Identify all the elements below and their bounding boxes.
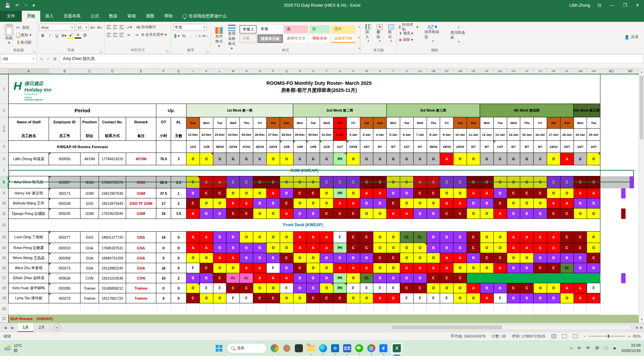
shift-cell-row19-day1[interactable]: C [186,293,200,303]
cell-ot-row9[interactable]: 37.5 [156,188,171,198]
cell-pos-row17[interactable]: CON [80,273,99,283]
shift-cell-row9-day24[interactable]: B [494,188,507,198]
shift-cell-row8-day27[interactable]: O [534,176,547,188]
shift-cell-row15-day20[interactable]: A [440,253,453,263]
calculator-button[interactable] [343,344,352,353]
shift-cell-row11-day31[interactable]: O [587,208,600,219]
col-header-AB[interactable]: AB [427,68,440,74]
shift-cell-row14-day19[interactable]: B [427,243,440,253]
shift-cell-row6-day2[interactable]: O [200,153,213,165]
shift-cell-row19-day24[interactable]: F [494,293,507,303]
hidden-icons-chevron[interactable]: ˄ [570,346,572,350]
decrease-decimal-icon[interactable]: .00→ [202,33,208,39]
shift-cell-row8-day3[interactable]: A [213,176,227,188]
dow-header-16-Jan[interactable]: Fri [534,117,547,129]
cell-remark-row18[interactable]: Trainee [126,283,156,293]
date-header-3-Jan[interactable]: 3-Jan [360,129,374,141]
shift-cell-row19-day18[interactable]: F [414,293,427,303]
chrome-button[interactable] [367,344,376,353]
col-header-AE[interactable]: AE [467,68,480,74]
forecast-25-Dec[interactable]: 47/41 [240,141,253,153]
cell-name-row16[interactable]: Alice Zhu 朱春艳 [8,263,49,273]
shift-cell-row6-day8[interactable]: O [280,153,293,165]
shift-cell-row9-day4[interactable]: O [226,188,240,198]
shift-cell-row14-day17[interactable]: O [400,243,414,253]
forecast-11-Jan[interactable]: 9/7 [467,141,480,153]
cell-remark-row8[interactable]: GSM [126,176,156,188]
shift-cell-row10-day20[interactable]: A [440,198,453,208]
col-header-P[interactable]: P [267,68,280,74]
cell-pos-row16[interactable]: GSA [80,263,99,273]
shift-cell-row19-day11[interactable]: C [320,293,333,303]
weather-widget[interactable]: 12°C阴 [0,343,26,353]
shift-cell-row6-day20[interactable]: A [440,153,453,165]
style-warning[interactable]: 警告文本 [309,35,330,43]
shift-cell-row13-day13[interactable]: C [347,232,360,243]
cell-contact-row16[interactable]: 19110882240 [99,263,126,273]
date-header-4-Jan[interactable]: 4-Jan [373,129,387,141]
dow-header-12-Jan[interactable]: Mon [480,117,494,129]
shift-cell-row14-day10[interactable]: A [307,243,320,253]
shift-cell-row19-day7[interactable]: C [267,293,280,303]
dow-header-21-Dec[interactable]: Sun [186,117,200,129]
volume-icon[interactable]: 🕪 [613,346,616,351]
forecast-10-Jan[interactable]: 23/20 [453,141,467,153]
style-normal[interactable]: 常规 [258,25,283,34]
cell-name-row9[interactable]: Henry Xie 谢沃明 [8,188,49,198]
shift-cell-row6-day22[interactable]: O [467,153,480,165]
formula-input[interactable]: Amy Chen 陈孔燕 [60,54,643,63]
shift-cell-row19-day6[interactable]: C [253,293,267,303]
shift-cell-row11-day3[interactable]: B [213,208,227,219]
shift-cell-row19-day3[interactable]: O [213,293,227,303]
shift-cell-row18-day21[interactable]: O [453,283,467,293]
cell-remark-row15[interactable]: GSA [126,253,156,263]
shift-cell-row11-day15[interactable]: O [373,208,387,219]
shift-cell-row13-day8[interactable]: O [280,232,293,243]
clear-button[interactable]: ◆ 清除 ▾ [399,37,418,43]
cell-ot-row6[interactable]: 76.5 [156,153,171,165]
style-neutral[interactable]: 适中 [331,25,356,34]
shift-cell-row9-day27[interactable]: C [534,188,547,198]
shift-cell-row11-day26[interactable]: B [520,208,534,219]
shift-cell-row18-day5[interactable]: C [240,283,253,293]
cell-contact-row15[interactable]: 16684731209 [99,253,126,263]
shift-cell-row18-day6[interactable]: O [253,283,267,293]
wrap-text-button[interactable]: ab̲ 自动换行 [136,24,156,29]
col-header-E[interactable]: E [126,68,156,74]
increase-decimal-icon[interactable]: ←.0 [195,33,201,39]
shift-cell-row9-day2[interactable]: C [200,188,213,198]
ime-pinyin-icon[interactable]: 拼 [595,346,599,351]
shift-cell-row14-day14[interactable]: C [360,243,374,253]
forecast-26-Dec[interactable]: 26/19 [253,141,267,153]
shift-cell-row17-day21[interactable]: C [453,273,467,283]
page-layout-view-icon[interactable] [562,334,567,338]
cell-id-row10[interactable]: 000108 [49,198,80,208]
shift-cell-row18-day11[interactable]: O [320,283,333,293]
cell-remark-row16[interactable]: GSA [126,263,156,273]
shift-cell-row10-day21[interactable]: A [453,198,467,208]
shift-cell-row14-day2[interactable]: A [200,243,213,253]
merge-center-button[interactable]: ⊟ 合并后居中 ▾ [141,32,167,37]
shift-cell-row9-day8[interactable]: B [280,188,293,198]
shift-cell-row13-day12[interactable]: F [333,232,347,243]
cell-id-row19[interactable]: 000279 [49,293,80,303]
dow-header-7-Jan[interactable]: Wed [414,117,427,129]
shift-cell-row13-day22[interactable]: C [467,232,480,243]
shift-cell-row16-day13[interactable]: A [347,263,360,273]
shift-cell-row9-day7[interactable]: A [267,188,280,198]
comma-icon[interactable]: , [188,33,194,39]
col-header-T[interactable]: T [320,68,333,74]
date-header-10-Jan[interactable]: 10-Jan [453,129,467,141]
cell-al-row16[interactable]: 0 [171,263,186,273]
shift-cell-row17-day12[interactable]: PH [333,273,347,283]
save-icon[interactable]: 💾 [5,3,10,8]
date-header-14-Jan[interactable]: 14-Jan [507,129,521,141]
increase-font-icon[interactable]: A˄ [90,24,96,31]
cell-ot-row8[interactable]: 62.5 [156,176,171,188]
shift-cell-row6-day26[interactable]: G [520,153,534,165]
shift-cell-row11-day7[interactable]: O [267,208,280,219]
cell-ot-row17[interactable]: 10 [156,273,171,283]
cell-ot-row14[interactable]: 0 [156,243,171,253]
shift-cell-row16-day28[interactable]: C [547,263,560,273]
shift-cell-row19-day10[interactable]: C [307,293,320,303]
